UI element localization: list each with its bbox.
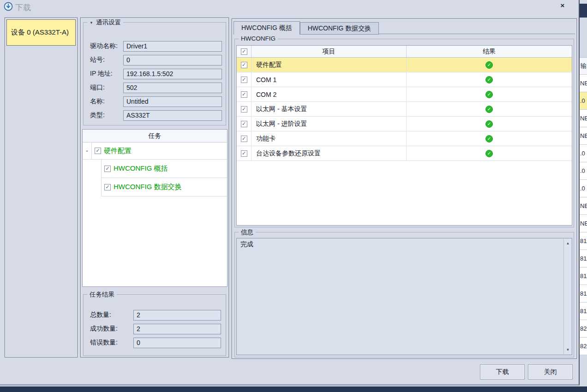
table-cell-item: 硬件配置: [252, 58, 407, 72]
name-label: 名称:: [90, 97, 105, 106]
driver-name-field[interactable]: Driver1: [123, 41, 222, 52]
message-group: 信息 完成 ▲ ▼: [234, 232, 574, 357]
background-row: .0 -: [580, 145, 587, 162]
field-row: 站号: 0: [84, 55, 226, 66]
total-count-field[interactable]: 2: [133, 310, 221, 321]
table-row[interactable]: 以太网 - 进阶设置: [237, 117, 572, 131]
hwconfig-group: HWCONFIG 项目 结果 硬件配置 COM 1: [234, 39, 574, 227]
background-row: 810: [580, 232, 587, 250]
message-text: 完成: [240, 240, 253, 249]
driver-name-label: 驱动名称:: [90, 42, 118, 50]
field-row: 总数量: 2: [84, 310, 226, 321]
success-count-field[interactable]: 2: [133, 324, 221, 334]
table-cell-item: 以太网 - 基本设置: [252, 102, 407, 116]
field-row: 类型: AS332T: [84, 110, 226, 121]
background-column-header: 输: [580, 58, 587, 75]
background-row: .0 -: [580, 92, 587, 110]
background-row: 822: [580, 338, 587, 355]
background-row: NE: [580, 127, 587, 145]
type-label: 类型:: [90, 111, 105, 119]
success-check-icon: [485, 106, 493, 113]
background-row: NE: [580, 197, 587, 215]
column-header-result[interactable]: 结果: [407, 46, 572, 57]
settings-panel: ▼ 通讯设置 驱动名称: Driver1 站号: 0 IP 地址: 192.16…: [80, 18, 229, 357]
background-bottom-bar: [0, 386, 587, 392]
table-cell-item: 台达设备参数还原设置: [252, 146, 407, 160]
communication-settings-group: ▼ 通讯设置 驱动名称: Driver1 站号: 0 IP 地址: 192.16…: [83, 22, 226, 125]
name-field[interactable]: Untitled: [123, 96, 222, 107]
download-icon: [4, 2, 13, 11]
tree-row-hwconfig-data-exchange[interactable]: HWCONFIG 数据交换: [102, 178, 227, 196]
success-check-icon: [485, 91, 493, 98]
close-icon[interactable]: ×: [557, 1, 568, 10]
checkbox-checked[interactable]: [104, 166, 111, 172]
row-checkbox[interactable]: [241, 150, 247, 157]
error-count-field[interactable]: 0: [133, 338, 221, 348]
tab-bar: HWCONFIG 概括 HWCONFIG 数据交换: [234, 20, 575, 34]
message-box[interactable]: 完成 ▲ ▼: [236, 238, 572, 355]
table-cell-item: COM 1: [252, 72, 407, 87]
checkbox-checked[interactable]: [95, 148, 101, 154]
field-row: 名称: Untitled: [84, 96, 226, 107]
background-row: 812: [580, 250, 587, 267]
scroll-down-icon[interactable]: ▼: [564, 346, 572, 354]
device-list-item-selected[interactable]: 设备 0 (AS332T-A): [6, 19, 76, 46]
column-header-item[interactable]: 项目: [252, 46, 407, 57]
table-row[interactable]: 以太网 - 基本设置: [237, 102, 572, 117]
task-results-group: 任务结果 总数量: 2 成功数量: 2 错误数量: 0: [83, 294, 226, 356]
background-row: NE: [580, 215, 587, 232]
tree-item-label: HWCONFIG 数据交换: [114, 183, 182, 191]
tab-hwconfig-data-exchange[interactable]: HWCONFIG 数据交换: [300, 22, 379, 35]
hwconfig-result-table: 项目 结果 硬件配置 COM 1 COM 2: [236, 45, 572, 226]
hwconfig-group-title: HWCONFIG: [239, 35, 278, 42]
table-row[interactable]: COM 2: [237, 87, 572, 102]
background-row: 818: [580, 303, 587, 320]
tree-row-hwconfig-summary[interactable]: HWCONFIG 概括: [102, 160, 227, 178]
background-row: 816: [580, 285, 587, 303]
tree-collapse-expander[interactable]: -: [83, 143, 92, 159]
port-field[interactable]: 502: [123, 83, 222, 93]
tree-item-label: HWCONFIG 概括: [114, 164, 168, 173]
tree-item-label: 硬件配置: [104, 147, 132, 155]
row-checkbox[interactable]: [241, 91, 247, 98]
close-button[interactable]: 关闭: [528, 364, 573, 380]
row-checkbox[interactable]: [241, 106, 247, 113]
table-row[interactable]: 台达设备参数还原设置: [237, 146, 572, 161]
row-checkbox[interactable]: [241, 136, 247, 142]
type-field[interactable]: AS332T: [123, 110, 222, 121]
row-checkbox[interactable]: [241, 121, 247, 127]
tab-bar-filler: [379, 20, 575, 34]
table-cell-item: 功能卡: [252, 131, 407, 146]
table-header-row: 项目 结果: [237, 46, 572, 58]
message-scrollbar[interactable]: ▲ ▼: [563, 239, 571, 354]
results-panel: HWCONFIG 概括 HWCONFIG 数据交换 HWCONFIG 项目 结果…: [232, 18, 577, 359]
row-checkbox[interactable]: [241, 62, 247, 68]
communication-settings-title[interactable]: ▼ 通讯设置: [87, 18, 123, 27]
background-row: 814: [580, 267, 587, 285]
success-check-icon: [485, 135, 493, 143]
download-dialog: 下载 × 设备 0 (AS332T-A) ▼ 通讯设置 驱动名称: Driver…: [0, 0, 580, 386]
scroll-up-icon[interactable]: ▲: [564, 239, 572, 247]
tab-hwconfig-summary[interactable]: HWCONFIG 概括: [234, 21, 300, 35]
background-row: NE: [580, 75, 587, 92]
download-button[interactable]: 下载: [480, 364, 525, 380]
error-count-label: 错误数量:: [90, 339, 118, 347]
table-row[interactable]: 功能卡: [237, 131, 572, 146]
background-navy-block: [580, 4, 587, 18]
station-number-field[interactable]: 0: [123, 55, 222, 65]
table-cell-item: 以太网 - 进阶设置: [252, 117, 407, 131]
table-row[interactable]: 硬件配置: [237, 58, 572, 72]
port-label: 端口:: [90, 83, 105, 92]
checkbox-checked[interactable]: [104, 184, 111, 190]
ip-address-field[interactable]: 192.168.1.5:502: [123, 69, 222, 79]
row-checkbox[interactable]: [241, 77, 247, 83]
field-row: 成功数量: 2: [84, 324, 226, 335]
collapse-arrow-icon[interactable]: ▼: [90, 21, 93, 25]
table-row[interactable]: COM 1: [237, 72, 572, 87]
station-number-label: 站号:: [90, 56, 105, 64]
background-table-fragment: 输 NE .0 - NE NE .0 - .0 - .0 - NE NE 810…: [580, 57, 587, 355]
background-window-strip: 输 NE .0 - NE NE .0 - .0 - .0 - NE NE 810…: [580, 0, 587, 392]
field-row: 端口: 502: [84, 83, 226, 94]
select-all-checkbox[interactable]: [241, 48, 247, 55]
tree-row-hardware-config[interactable]: - 硬件配置: [83, 143, 227, 160]
